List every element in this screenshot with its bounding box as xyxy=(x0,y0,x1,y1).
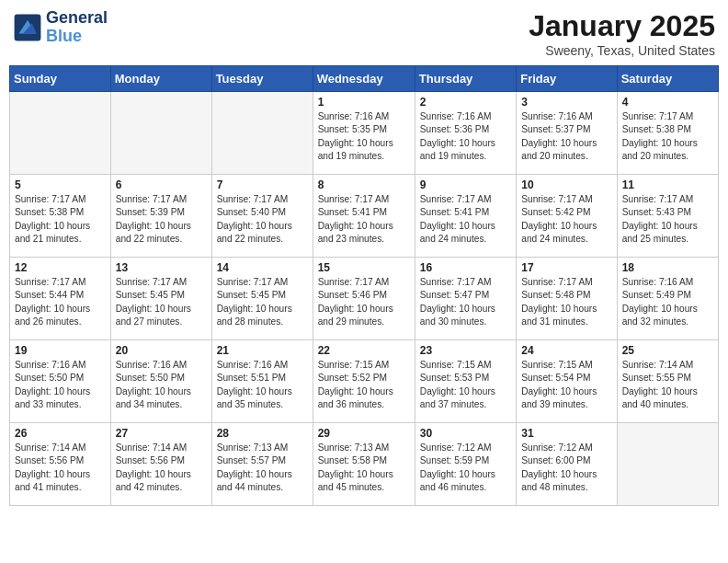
day-info: Sunrise: 7:17 AM Sunset: 5:45 PM Dayligh… xyxy=(217,276,308,328)
calendar-day: 10Sunrise: 7:17 AM Sunset: 5:42 PM Dayli… xyxy=(517,175,617,258)
day-number: 2 xyxy=(420,96,511,109)
calendar-day: 25Sunrise: 7:14 AM Sunset: 5:55 PM Dayli… xyxy=(617,340,718,423)
day-info: Sunrise: 7:12 AM Sunset: 6:00 PM Dayligh… xyxy=(521,442,611,494)
calendar-day: 14Sunrise: 7:17 AM Sunset: 5:45 PM Dayli… xyxy=(211,258,313,340)
day-number: 5 xyxy=(15,178,106,191)
day-number: 22 xyxy=(318,344,410,357)
calendar-day: 4Sunrise: 7:17 AM Sunset: 5:38 PM Daylig… xyxy=(617,92,718,175)
day-info: Sunrise: 7:14 AM Sunset: 5:55 PM Dayligh… xyxy=(622,359,713,411)
calendar-day: 30Sunrise: 7:12 AM Sunset: 5:59 PM Dayli… xyxy=(415,423,516,506)
day-header-tuesday: Tuesday xyxy=(211,66,313,92)
calendar-week-2: 5Sunrise: 7:17 AM Sunset: 5:38 PM Daylig… xyxy=(10,175,719,258)
day-number: 7 xyxy=(217,178,308,191)
day-number: 1 xyxy=(318,96,410,109)
calendar-day xyxy=(10,92,111,175)
day-info: Sunrise: 7:16 AM Sunset: 5:35 PM Dayligh… xyxy=(318,110,410,163)
calendar-day xyxy=(617,423,718,506)
day-info: Sunrise: 7:15 AM Sunset: 5:54 PM Dayligh… xyxy=(521,359,611,411)
calendar-day: 20Sunrise: 7:16 AM Sunset: 5:50 PM Dayli… xyxy=(110,340,211,423)
day-number: 10 xyxy=(521,178,611,191)
day-info: Sunrise: 7:17 AM Sunset: 5:42 PM Dayligh… xyxy=(521,193,611,246)
calendar-day: 8Sunrise: 7:17 AM Sunset: 5:41 PM Daylig… xyxy=(313,175,415,258)
day-number: 29 xyxy=(318,427,410,440)
day-info: Sunrise: 7:17 AM Sunset: 5:43 PM Dayligh… xyxy=(622,193,713,246)
calendar-week-1: 1Sunrise: 7:16 AM Sunset: 5:35 PM Daylig… xyxy=(10,92,719,175)
day-info: Sunrise: 7:17 AM Sunset: 5:45 PM Dayligh… xyxy=(116,276,207,328)
logo: General Blue xyxy=(13,9,108,46)
day-number: 8 xyxy=(318,178,410,191)
day-number: 31 xyxy=(521,427,611,440)
calendar-day: 15Sunrise: 7:17 AM Sunset: 5:46 PM Dayli… xyxy=(313,258,415,340)
calendar-day: 13Sunrise: 7:17 AM Sunset: 5:45 PM Dayli… xyxy=(110,258,211,340)
day-info: Sunrise: 7:16 AM Sunset: 5:37 PM Dayligh… xyxy=(521,110,611,163)
calendar-day: 17Sunrise: 7:17 AM Sunset: 5:48 PM Dayli… xyxy=(517,258,617,340)
day-number: 28 xyxy=(217,427,308,440)
day-number: 30 xyxy=(420,427,511,440)
day-header-friday: Friday xyxy=(517,66,617,92)
day-number: 17 xyxy=(521,261,611,274)
calendar-day: 19Sunrise: 7:16 AM Sunset: 5:50 PM Dayli… xyxy=(10,340,111,423)
calendar-week-4: 19Sunrise: 7:16 AM Sunset: 5:50 PM Dayli… xyxy=(10,340,719,423)
day-info: Sunrise: 7:17 AM Sunset: 5:46 PM Dayligh… xyxy=(318,276,410,328)
calendar-day: 27Sunrise: 7:14 AM Sunset: 5:56 PM Dayli… xyxy=(110,423,211,506)
logo-line1: General xyxy=(46,9,108,28)
day-number: 6 xyxy=(116,178,207,191)
day-header-wednesday: Wednesday xyxy=(313,66,415,92)
day-number: 20 xyxy=(116,344,207,357)
day-info: Sunrise: 7:16 AM Sunset: 5:36 PM Dayligh… xyxy=(420,110,511,163)
logo-text: General Blue xyxy=(46,9,108,46)
day-info: Sunrise: 7:14 AM Sunset: 5:56 PM Dayligh… xyxy=(15,442,106,494)
day-info: Sunrise: 7:17 AM Sunset: 5:44 PM Dayligh… xyxy=(15,276,106,328)
day-number: 19 xyxy=(15,344,106,357)
day-info: Sunrise: 7:12 AM Sunset: 5:59 PM Dayligh… xyxy=(420,442,511,494)
day-number: 9 xyxy=(420,178,511,191)
day-header-thursday: Thursday xyxy=(415,66,516,92)
calendar-table: SundayMondayTuesdayWednesdayThursdayFrid… xyxy=(9,65,719,506)
calendar-day: 5Sunrise: 7:17 AM Sunset: 5:38 PM Daylig… xyxy=(10,175,111,258)
calendar-day: 1Sunrise: 7:16 AM Sunset: 5:35 PM Daylig… xyxy=(313,92,415,175)
day-number: 13 xyxy=(116,261,207,274)
day-info: Sunrise: 7:17 AM Sunset: 5:38 PM Dayligh… xyxy=(15,193,106,246)
calendar-day: 24Sunrise: 7:15 AM Sunset: 5:54 PM Dayli… xyxy=(517,340,617,423)
calendar-day: 29Sunrise: 7:13 AM Sunset: 5:58 PM Dayli… xyxy=(313,423,415,506)
day-info: Sunrise: 7:17 AM Sunset: 5:41 PM Dayligh… xyxy=(318,193,410,246)
day-info: Sunrise: 7:17 AM Sunset: 5:47 PM Dayligh… xyxy=(420,276,511,328)
calendar-header-row: SundayMondayTuesdayWednesdayThursdayFrid… xyxy=(10,66,719,92)
calendar-week-5: 26Sunrise: 7:14 AM Sunset: 5:56 PM Dayli… xyxy=(10,423,719,506)
calendar-day: 12Sunrise: 7:17 AM Sunset: 5:44 PM Dayli… xyxy=(10,258,111,340)
day-header-saturday: Saturday xyxy=(617,66,718,92)
calendar-day: 7Sunrise: 7:17 AM Sunset: 5:40 PM Daylig… xyxy=(211,175,313,258)
day-number: 23 xyxy=(420,344,511,357)
logo-icon xyxy=(13,13,42,42)
calendar-day: 3Sunrise: 7:16 AM Sunset: 5:37 PM Daylig… xyxy=(517,92,617,175)
month-year: January 2025 xyxy=(529,9,715,43)
day-number: 3 xyxy=(521,96,611,109)
day-number: 26 xyxy=(15,427,106,440)
title-block: January 2025 Sweeny, Texas, United State… xyxy=(529,9,715,58)
day-number: 14 xyxy=(217,261,308,274)
calendar-day: 31Sunrise: 7:12 AM Sunset: 6:00 PM Dayli… xyxy=(517,423,617,506)
calendar-day: 11Sunrise: 7:17 AM Sunset: 5:43 PM Dayli… xyxy=(617,175,718,258)
calendar-day: 26Sunrise: 7:14 AM Sunset: 5:56 PM Dayli… xyxy=(10,423,111,506)
calendar-day: 22Sunrise: 7:15 AM Sunset: 5:52 PM Dayli… xyxy=(313,340,415,423)
day-number: 24 xyxy=(521,344,611,357)
day-info: Sunrise: 7:17 AM Sunset: 5:40 PM Dayligh… xyxy=(217,193,308,246)
day-number: 12 xyxy=(15,261,106,274)
day-info: Sunrise: 7:14 AM Sunset: 5:56 PM Dayligh… xyxy=(116,442,207,494)
day-number: 27 xyxy=(116,427,207,440)
day-header-monday: Monday xyxy=(110,66,211,92)
calendar-day: 9Sunrise: 7:17 AM Sunset: 5:41 PM Daylig… xyxy=(415,175,516,258)
day-info: Sunrise: 7:15 AM Sunset: 5:52 PM Dayligh… xyxy=(318,359,410,411)
page-header: General Blue January 2025 Sweeny, Texas,… xyxy=(9,9,719,58)
day-info: Sunrise: 7:16 AM Sunset: 5:50 PM Dayligh… xyxy=(116,359,207,411)
calendar-day: 21Sunrise: 7:16 AM Sunset: 5:51 PM Dayli… xyxy=(211,340,313,423)
day-header-sunday: Sunday xyxy=(10,66,111,92)
calendar-day: 2Sunrise: 7:16 AM Sunset: 5:36 PM Daylig… xyxy=(415,92,516,175)
calendar-day xyxy=(211,92,313,175)
calendar-week-3: 12Sunrise: 7:17 AM Sunset: 5:44 PM Dayli… xyxy=(10,258,719,340)
calendar-day: 28Sunrise: 7:13 AM Sunset: 5:57 PM Dayli… xyxy=(211,423,313,506)
calendar-day: 18Sunrise: 7:16 AM Sunset: 5:49 PM Dayli… xyxy=(617,258,718,340)
day-info: Sunrise: 7:15 AM Sunset: 5:53 PM Dayligh… xyxy=(420,359,511,411)
day-number: 18 xyxy=(622,261,713,274)
day-number: 21 xyxy=(217,344,308,357)
